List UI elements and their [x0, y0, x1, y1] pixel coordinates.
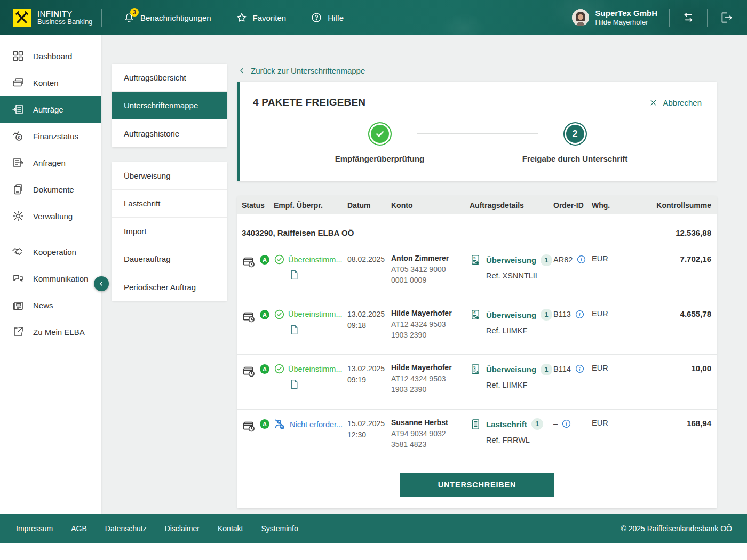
sidebar-item-kooperation[interactable]: Kooperation: [0, 238, 101, 265]
signature-a-badge: A: [260, 364, 269, 374]
info-icon[interactable]: i: [575, 309, 585, 319]
submenu-item-periodischer-auftrag[interactable]: Periodischer Auftrag: [112, 273, 227, 301]
iban: AT12 4324 9503 1903 2390: [391, 373, 455, 395]
order-type-label[interactable]: Überweisung: [486, 255, 536, 265]
package-row[interactable]: A Übereinstimm... 08.02.2025 Anton Zimme…: [237, 245, 717, 300]
order-id-cell: – i: [553, 418, 591, 429]
order-type-label[interactable]: Überweisung: [486, 310, 536, 319]
submenu-item-ueberweisung[interactable]: Überweisung: [112, 162, 227, 190]
step-label: Freigabe durch Unterschrift: [522, 154, 628, 163]
favorites-button[interactable]: Favoriten: [236, 12, 287, 23]
sidebar-item-finanzstatus[interactable]: € Finanzstatus: [0, 123, 101, 149]
sidebar-item-auftraege[interactable]: Aufträge: [0, 96, 101, 123]
sidebar-item-verwaltung[interactable]: Verwaltung: [0, 203, 101, 229]
package-row[interactable]: A Übereinstimm... 13.02.2025 09:18 Hilde…: [237, 300, 717, 355]
account-group-name: 3403290, Raiffeisen ELBA OÖ: [242, 228, 354, 237]
order-type-label[interactable]: Lastschrift: [486, 420, 527, 429]
request-list-icon: [12, 156, 25, 169]
date-cell: 13.02.2025 09:18: [347, 309, 390, 331]
submenu-label: Dauerauftrag: [124, 254, 171, 263]
sidebar-item-dokumente[interactable]: Dokumente: [0, 176, 101, 203]
footer-link-kontakt[interactable]: Kontakt: [218, 524, 243, 533]
recipient-name: Hilde Mayerhofer: [391, 309, 468, 317]
time-value: 09:19: [347, 374, 390, 386]
order-type-label[interactable]: Überweisung: [486, 365, 536, 374]
signature-a-badge: A: [260, 255, 269, 265]
submenu-item-auftragshistorie[interactable]: Auftragshistorie: [112, 119, 227, 147]
verify-label: Nicht erforder...: [290, 420, 343, 429]
document-icon[interactable]: [289, 379, 346, 390]
currency-cell: EUR: [592, 418, 622, 427]
sidebar-item-label: Kommunikation: [33, 274, 88, 283]
package-row[interactable]: A Nicht erforder... 15.02.2025 12:30 Sus…: [237, 410, 717, 464]
footer-link-agb[interactable]: AGB: [71, 524, 87, 533]
footer-link-impressum[interactable]: Impressum: [16, 524, 53, 533]
sidebar-item-zu-mein-elba[interactable]: Zu Mein ELBA: [0, 318, 101, 345]
submenu: Auftragsübersicht Unterschriftenmappe Au…: [112, 64, 227, 301]
verify-status: Übereinstimm...: [274, 254, 346, 265]
notifications-button[interactable]: 3 Benachrichtigungen: [123, 12, 211, 23]
currency-cell: EUR: [592, 363, 622, 372]
sidebar-item-konten[interactable]: Konten: [0, 69, 101, 96]
release-card: 4 PAKETE FREIGEBEN Abbrechen: [237, 82, 717, 181]
step-done-check-icon: [368, 122, 392, 146]
sidebar-collapse-button[interactable]: [94, 276, 109, 291]
document-icon[interactable]: [289, 269, 346, 281]
sidebar-item-news[interactable]: News: [0, 292, 101, 318]
footer-link-datenschutz[interactable]: Datenschutz: [105, 524, 147, 533]
step-label: Empfängerüberprüfung: [335, 154, 425, 163]
submenu-item-auftragsuebersicht[interactable]: Auftragsübersicht: [112, 64, 227, 92]
pending-order-clock-icon: [242, 419, 256, 434]
chevron-left-icon: [98, 281, 105, 287]
exchange-arrows-icon: [681, 11, 695, 25]
switch-user-button[interactable]: [681, 11, 695, 25]
submenu-label: Periodischer Auftrag: [124, 283, 196, 292]
footer-link-disclaimer[interactable]: Disclaimer: [165, 524, 200, 533]
amount-cell: 4.655,78: [623, 309, 711, 318]
verify-status: Nicht erforder...: [274, 418, 346, 431]
col-header-whg: Whg.: [592, 201, 622, 210]
verify-status: Übereinstimm...: [274, 363, 346, 374]
date-cell: 15.02.2025 12:30: [347, 418, 390, 441]
orders-document-arrow-icon: [12, 103, 25, 116]
sidebar-item-dashboard[interactable]: Dashboard: [0, 43, 101, 69]
info-icon[interactable]: i: [561, 419, 571, 429]
sign-button[interactable]: UNTERSCHREIBEN: [400, 473, 555, 497]
transfer-icon: €: [470, 363, 482, 375]
signature-a-badge: A: [260, 310, 269, 319]
sidebar-item-label: Dokumente: [33, 185, 74, 194]
date-cell: 13.02.2025 09:19: [347, 363, 390, 386]
submenu-item-import[interactable]: Import: [112, 218, 227, 245]
footer-link-systeminfo[interactable]: Systeminfo: [261, 524, 298, 533]
help-button[interactable]: Hilfe: [311, 12, 344, 23]
order-reference: Ref. LIIMKF: [486, 381, 552, 389]
sidebar-item-anfragen[interactable]: Anfragen: [0, 149, 101, 176]
submenu-item-lastschrift[interactable]: Lastschrift: [112, 190, 227, 218]
iban: AT94 9034 9032 3581 4823: [391, 428, 455, 450]
step-number: 2: [572, 129, 577, 140]
time-value: 09:18: [347, 320, 390, 331]
info-icon[interactable]: i: [575, 364, 585, 374]
user-text: SuperTex GmbH Hilde Mayerhofer: [595, 9, 657, 27]
package-row[interactable]: A Übereinstimm... 13.02.2025 09:19 Hilde…: [237, 355, 717, 410]
user-menu[interactable]: SuperTex GmbH Hilde Mayerhofer: [572, 9, 657, 27]
info-icon[interactable]: i: [576, 254, 586, 265]
verify-status: Übereinstimm...: [274, 309, 346, 320]
verify-check-icon: [274, 309, 285, 320]
documents-icon: [12, 183, 25, 196]
sidebar-item-kommunikation[interactable]: Kommunikation: [0, 265, 101, 292]
newspaper-icon: [12, 299, 25, 311]
chat-bubbles-icon: [12, 272, 25, 285]
document-icon[interactable]: [289, 324, 346, 335]
order-id: B113: [553, 310, 571, 318]
main-area: Dashboard Konten: [0, 35, 747, 514]
submenu-item-unterschriftenmappe[interactable]: Unterschriftenmappe: [112, 92, 227, 119]
avatar: [572, 9, 589, 26]
logout-button[interactable]: [719, 11, 733, 25]
cancel-button[interactable]: Abbrechen: [649, 98, 702, 107]
submenu-item-dauerauftrag[interactable]: Dauerauftrag: [112, 245, 227, 273]
recipient-name: Hilde Mayerhofer: [391, 363, 468, 372]
svg-text:€: €: [18, 135, 20, 140]
star-icon: [236, 12, 248, 23]
back-link[interactable]: Zurück zur Unterschriftenmappe: [239, 66, 717, 75]
